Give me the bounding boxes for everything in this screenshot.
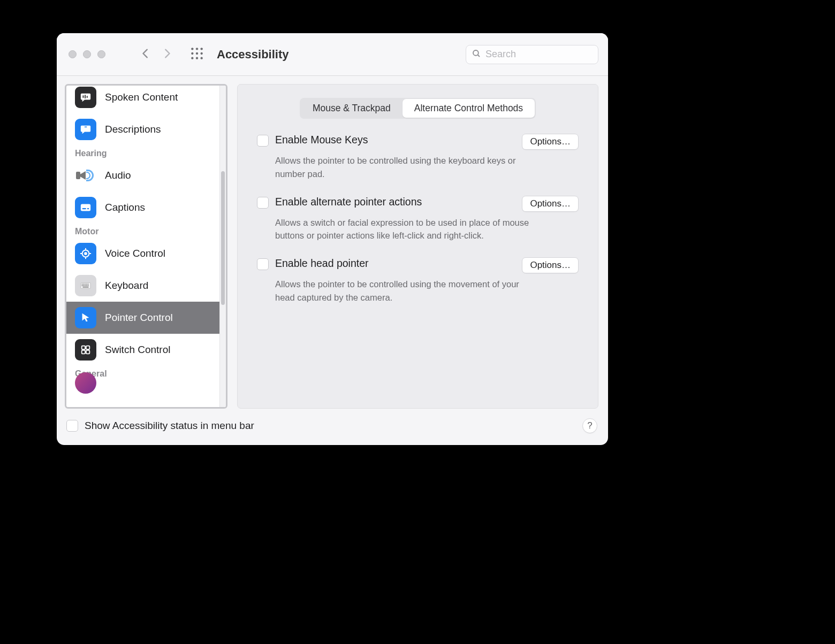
sidebar-item-spoken-content[interactable]: Spoken Content [66, 86, 219, 113]
svg-point-2 [201, 48, 203, 50]
sidebar-item-label: Keyboard [105, 280, 148, 292]
svg-point-5 [201, 52, 203, 54]
zoom-window-button[interactable] [97, 50, 105, 58]
svg-rect-36 [82, 346, 85, 349]
nav-arrows [140, 48, 173, 62]
preferences-window: Accessibility [57, 33, 608, 445]
svg-point-7 [196, 57, 198, 59]
svg-point-8 [201, 57, 203, 59]
options-button-head-pointer[interactable]: Options… [522, 257, 579, 273]
search-icon [472, 49, 481, 60]
svg-rect-27 [85, 283, 86, 285]
sidebar-item-label: Audio [105, 170, 131, 181]
settings-panel: Mouse & Trackpad Alternate Control Metho… [237, 84, 598, 409]
svg-rect-12 [85, 95, 86, 98]
checkbox-mouse-keys[interactable] [257, 135, 269, 147]
forward-button[interactable] [161, 48, 173, 62]
sidebar-item-audio[interactable]: Audio [66, 159, 219, 191]
crosshair-icon [75, 243, 96, 264]
svg-rect-32 [85, 285, 86, 286]
svg-rect-29 [88, 283, 89, 285]
sidebar-list: Spoken Content ” Descriptions Hearing [66, 86, 219, 373]
tabs: Mouse & Trackpad Alternate Control Metho… [300, 98, 536, 119]
setting-mouse-keys: Enable Mouse Keys Options… [257, 134, 579, 150]
sidebar: Spoken Content ” Descriptions Hearing [65, 84, 227, 409]
help-button[interactable]: ? [582, 418, 597, 433]
svg-rect-15 [81, 204, 90, 211]
svg-rect-33 [86, 285, 87, 286]
sidebar-item-partial[interactable] [75, 363, 96, 373]
cursor-icon [75, 307, 96, 328]
checkbox-alt-pointer-actions[interactable] [257, 197, 269, 209]
svg-rect-11 [83, 95, 84, 98]
setting-description: Allows the pointer to be controlled usin… [275, 154, 532, 181]
window-controls [69, 50, 105, 58]
svg-rect-31 [83, 285, 84, 286]
svg-point-4 [196, 52, 198, 54]
options-button-alt-pointer-actions[interactable]: Options… [522, 196, 579, 212]
close-window-button[interactable] [69, 50, 77, 58]
minimize-window-button[interactable] [83, 50, 91, 58]
setting-alt-pointer-actions: Enable alternate pointer actions Options… [257, 196, 579, 212]
svg-point-0 [191, 48, 193, 50]
svg-rect-26 [83, 283, 84, 285]
svg-line-10 [477, 55, 480, 57]
sidebar-item-label: Switch Control [105, 344, 171, 356]
svg-point-9 [473, 50, 479, 56]
options-button-mouse-keys[interactable]: Options… [522, 134, 579, 150]
checkbox-show-status-menubar[interactable] [66, 420, 78, 432]
svg-rect-17 [87, 208, 89, 209]
titlebar: Accessibility [57, 33, 608, 76]
tab-alternate-methods[interactable]: Alternate Control Methods [403, 99, 535, 118]
footer: Show Accessibility status in menu bar ? [57, 409, 608, 445]
svg-rect-37 [86, 346, 89, 349]
sidebar-item-label: Captions [105, 202, 145, 213]
svg-rect-39 [86, 350, 89, 354]
sidebar-item-label: Spoken Content [105, 91, 178, 103]
svg-point-19 [85, 252, 87, 255]
keyboard-icon [75, 275, 96, 296]
sidebar-scrollbar[interactable] [219, 86, 226, 407]
sidebar-item-captions[interactable]: Captions [66, 191, 219, 224]
sidebar-item-label: Descriptions [105, 124, 161, 135]
sidebar-item-voice-control[interactable]: Voice Control [66, 237, 219, 270]
sidebar-section-hearing: Hearing [66, 145, 219, 159]
setting-description: Allows a switch or facial expression to … [275, 216, 532, 243]
setting-title: Enable head pointer [275, 257, 369, 270]
sidebar-item-label: Voice Control [105, 248, 165, 259]
sidebar-item-switch-control[interactable]: Switch Control [66, 334, 219, 366]
quote-bubble-icon: ” [75, 119, 96, 140]
speech-bubble-bars-icon [75, 87, 96, 108]
svg-rect-16 [82, 208, 86, 209]
caption-bubble-icon [75, 197, 96, 218]
grid-icon [75, 339, 96, 361]
svg-rect-25 [82, 283, 83, 285]
svg-point-1 [196, 48, 198, 50]
sidebar-item-label: Pointer Control [105, 312, 173, 324]
svg-rect-13 [87, 96, 88, 98]
svg-point-6 [191, 57, 193, 59]
svg-rect-28 [86, 283, 87, 285]
search-field[interactable] [466, 45, 598, 64]
search-input[interactable] [485, 49, 593, 60]
tab-mouse-trackpad[interactable]: Mouse & Trackpad [301, 99, 403, 118]
footer-checkbox-label: Show Accessibility status in menu bar [85, 420, 254, 432]
setting-head-pointer: Enable head pointer Options… [257, 257, 579, 273]
svg-rect-34 [88, 285, 89, 286]
scrollbar-thumb[interactable] [221, 171, 225, 305]
sidebar-item-descriptions[interactable]: ” Descriptions [66, 113, 219, 145]
siri-icon [75, 372, 96, 394]
svg-rect-35 [83, 287, 89, 288]
sidebar-item-keyboard[interactable]: Keyboard [66, 270, 219, 302]
setting-title: Enable alternate pointer actions [275, 196, 422, 208]
setting-description: Allows the pointer to be controlled usin… [275, 278, 532, 304]
setting-title: Enable Mouse Keys [275, 134, 368, 146]
svg-rect-38 [82, 350, 85, 354]
back-button[interactable] [140, 48, 151, 62]
checkbox-head-pointer[interactable] [257, 258, 269, 270]
svg-rect-30 [82, 285, 83, 286]
svg-text:”: ” [84, 126, 87, 132]
speaker-icon [75, 165, 96, 186]
show-all-prefs-button[interactable] [190, 47, 204, 63]
sidebar-item-pointer-control[interactable]: Pointer Control [66, 302, 219, 334]
